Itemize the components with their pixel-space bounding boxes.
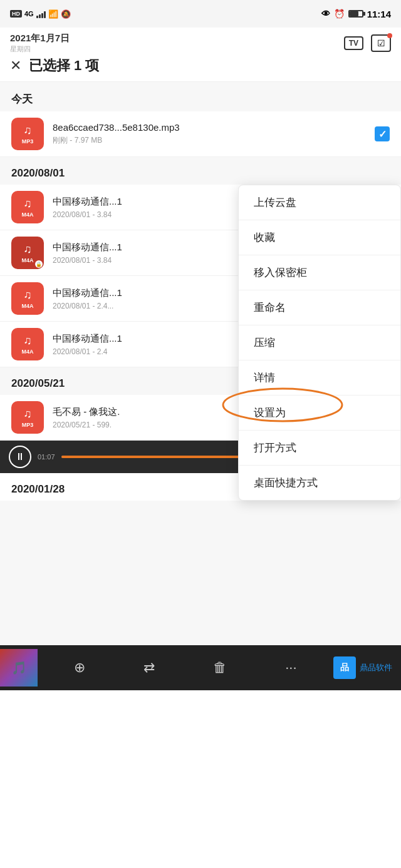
wifi-icon: 📶 [48, 9, 58, 19]
file-icon-m4a-1: ♫ M4A [11, 191, 44, 223]
file-meta-mp3: 刚刚 - 7.97 MB [53, 135, 375, 146]
dnd-icon: 🔕 [61, 9, 71, 19]
delete-button[interactable]: 🗑 [209, 656, 231, 680]
section-date1-label: 2020/08/01 [0, 157, 401, 185]
menu-item-open-with[interactable]: 打开方式 [239, 431, 400, 466]
menu-item-compress[interactable]: 压缩 [239, 325, 400, 360]
music-icon-2: ♫ [23, 243, 32, 256]
more-icon: ··· [285, 660, 296, 675]
notification-dot [387, 33, 392, 38]
status-left: HD 4G 📶 🔕 [10, 9, 71, 19]
file-info-mp3: 8ea6ccaed738...5e8130e.mp3 刚刚 - 7.97 MB [53, 122, 375, 146]
network-badge: 4G [24, 10, 34, 18]
header-date: 2021年1月7日 [10, 33, 70, 43]
music-icon-1: ♫ [23, 197, 32, 210]
header-icons-right: TV ☑ [344, 34, 391, 52]
battery-icon [348, 10, 363, 18]
menu-item-vault[interactable]: 移入保密柜 [239, 255, 400, 290]
header-date-sub: 星期四 [10, 44, 70, 54]
add-icon: ⊕ [74, 660, 85, 675]
file-icon-mp3: ♫ MP3 [11, 118, 44, 150]
menu-item-set-as[interactable]: 设置为 [239, 396, 400, 431]
dingpin-logo: 品 鼎品软件 [333, 656, 401, 679]
file-item-mp3[interactable]: ♫ MP3 8ea6ccaed738...5e8130e.mp3 刚刚 - 7.… [0, 111, 401, 157]
header-bottom: ✕ 已选择 1 项 [10, 56, 391, 75]
selected-title: 已选择 1 项 [29, 56, 99, 75]
dingpin-icon: 品 [333, 656, 356, 679]
trash-icon: 🗑 [213, 660, 227, 675]
menu-item-details[interactable]: 详情 [239, 360, 400, 396]
header-date-area: 2021年1月7日 星期四 [10, 33, 70, 54]
close-button[interactable]: ✕ [10, 58, 21, 74]
file-icon-m4a-2: ♫ M4A 🔒 [11, 237, 44, 269]
time-start: 01:07 [38, 453, 55, 461]
music-icon-4: ♫ [23, 334, 32, 347]
music-icon-3: ♫ [23, 288, 32, 302]
select-icon: ☑ [377, 38, 385, 48]
menu-item-favorite[interactable]: 收藏 [239, 220, 400, 255]
bottom-nav: 🎵 ⊕ ⇄ 🗑 ··· 品 鼎品软件 [0, 645, 401, 690]
context-menu: 上传云盘 收藏 移入保密柜 重命名 压缩 详情 设置为 打开方式 桌面快捷方式 [238, 185, 401, 501]
menu-item-shortcut[interactable]: 桌面快捷方式 [239, 466, 400, 500]
tv-button[interactable]: TV [344, 36, 363, 50]
share-button[interactable]: ⇄ [140, 656, 159, 680]
thumbnail-img: 🎵 [0, 649, 38, 687]
section-today-label: 今天 [0, 82, 401, 111]
alarm-icon: ⏰ [334, 9, 345, 19]
file-checkbox-mp3[interactable]: ✓ [375, 126, 390, 141]
header: 2021年1月7日 星期四 TV ☑ ✕ 已选择 1 项 [0, 28, 401, 82]
more-button[interactable]: ··· [281, 656, 300, 680]
music-icon-mb: ♫ [23, 407, 32, 421]
signal-bars [36, 9, 46, 18]
select-all-button[interactable]: ☑ [371, 34, 391, 52]
eye-icon: 👁 [321, 9, 330, 19]
status-bar: HD 4G 📶 🔕 👁 ⏰ 11:14 [0, 0, 401, 28]
dingpin-text: 鼎品软件 [360, 662, 392, 673]
file-list-today: ♫ MP3 8ea6ccaed738...5e8130e.mp3 刚刚 - 7.… [0, 111, 401, 157]
add-button[interactable]: ⊕ [70, 656, 89, 680]
header-top: 2021年1月7日 星期四 TV ☑ [10, 33, 391, 54]
hd-badge: HD [10, 10, 22, 18]
file-icon-mp3-maobuyi: ♫ MP3 [11, 401, 44, 434]
file-icon-m4a-3: ♫ M4A [11, 282, 44, 315]
pause-button[interactable]: ⏸ [9, 446, 31, 468]
pause-icon: ⏸ [15, 451, 25, 462]
files-section-2020: ♫ M4A 中国移动通信...1 2020/08/01 - 3.84 ♫ M4A… [0, 185, 401, 367]
menu-item-upload[interactable]: 上传云盘 [239, 185, 400, 220]
share-icon: ⇄ [143, 660, 155, 675]
main-content: 今天 ♫ MP3 8ea6ccaed738...5e8130e.mp3 刚刚 -… [0, 82, 401, 645]
menu-item-rename[interactable]: 重命名 [239, 290, 400, 325]
time-display: 11:14 [367, 9, 391, 19]
file-icon-m4a-4: ♫ M4A [11, 328, 44, 360]
bottom-actions: ⊕ ⇄ 🗑 ··· [38, 656, 333, 680]
music-icon: ♫ [23, 124, 32, 137]
file-name-mp3: 8ea6ccaed738...5e8130e.mp3 [53, 122, 375, 133]
player-controls: ⏸ [9, 446, 31, 468]
bottom-thumbnail[interactable]: 🎵 [0, 649, 38, 687]
status-right: 👁 ⏰ 11:14 [321, 9, 391, 19]
